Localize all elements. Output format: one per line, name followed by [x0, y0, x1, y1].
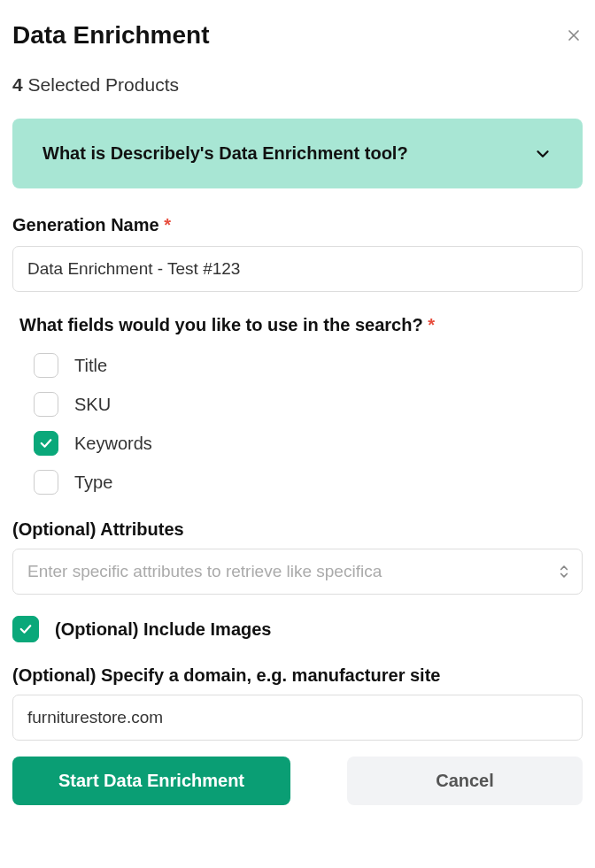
checkbox-include-images[interactable]	[12, 616, 39, 642]
selected-products: 4 Selected Products	[12, 74, 583, 96]
page-title: Data Enrichment	[12, 21, 210, 50]
checkbox-label-sku: SKU	[74, 395, 111, 415]
search-fields-label: What fields would you like to use in the…	[19, 315, 583, 335]
selected-count: 4	[12, 74, 23, 95]
generation-name-label: Generation Name *	[12, 215, 583, 235]
include-images-label: (Optional) Include Images	[55, 619, 271, 640]
checkbox-label-type: Type	[74, 472, 112, 493]
info-banner-text: What is Describely's Data Enrichment too…	[42, 143, 408, 164]
checkbox-sku[interactable]	[34, 392, 58, 417]
checkbox-row-sku: SKU	[34, 392, 583, 417]
checkbox-label-title: Title	[74, 356, 107, 376]
required-mark: *	[428, 315, 435, 334]
attributes-label: (Optional) Attributes	[12, 519, 583, 540]
generation-name-input[interactable]	[12, 246, 583, 292]
checkbox-row-title: Title	[34, 353, 583, 378]
close-icon[interactable]	[565, 27, 583, 44]
start-button[interactable]: Start Data Enrichment	[12, 757, 290, 805]
required-mark: *	[164, 215, 171, 234]
checkbox-row-keywords: Keywords	[34, 431, 583, 456]
checkbox-label-keywords: Keywords	[74, 434, 152, 454]
include-images-row: (Optional) Include Images	[12, 616, 583, 642]
checkbox-row-type: Type	[34, 470, 583, 495]
checkbox-title[interactable]	[34, 353, 58, 378]
chevron-down-icon	[533, 144, 552, 164]
search-fields-list: Title SKU Keywords Type	[34, 353, 583, 495]
info-banner[interactable]: What is Describely's Data Enrichment too…	[12, 119, 583, 188]
cancel-button[interactable]: Cancel	[347, 757, 583, 805]
domain-input[interactable]	[12, 695, 583, 741]
attributes-select[interactable]: Enter specific attributes to retrieve li…	[12, 549, 583, 595]
checkbox-keywords[interactable]	[34, 431, 58, 456]
checkbox-type[interactable]	[34, 470, 58, 495]
domain-label: (Optional) Specify a domain, e.g. manufa…	[12, 665, 583, 686]
selected-label: Selected Products	[28, 74, 179, 95]
